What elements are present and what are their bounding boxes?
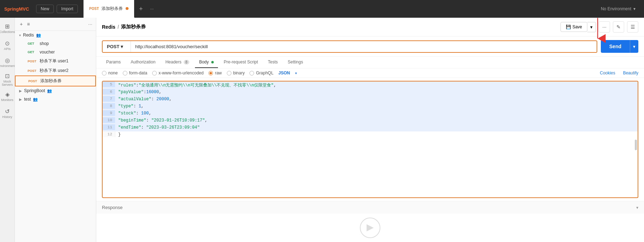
tab-tests[interactable]: Tests <box>264 57 282 68</box>
sidebar-item-environments[interactable]: ◎ Environments <box>1 55 14 70</box>
beautify-link[interactable]: Beautify <box>623 71 638 75</box>
radio-raw <box>208 71 213 75</box>
save-dropdown-button[interactable]: ▾ <box>587 22 596 32</box>
label-none: none <box>108 71 118 75</box>
import-button[interactable]: Import <box>57 5 78 13</box>
post-badge: POST <box>28 60 38 63</box>
sidebar-item-collections[interactable]: ⊞ Collections <box>1 21 14 36</box>
sidebar-more-button[interactable]: ··· <box>88 21 92 27</box>
tab-body[interactable]: Body <box>195 57 218 68</box>
code-line-10: 10 "beginTime": "2023-01-26T10:09:17", <box>103 117 638 124</box>
code-line-7: 7 "actualValue": 20000, <box>103 96 638 103</box>
main-layout: ⊞ Collections ⊙ APIs ◎ Environments ⊡ Mo… <box>0 18 644 242</box>
scrollbar[interactable] <box>635 140 637 150</box>
sidebar-add-button[interactable]: + <box>18 21 24 28</box>
request-tabs: Params Authorization Headers 8 Body Pre-… <box>96 57 644 68</box>
label-binary: binary <box>233 71 245 75</box>
tab-pre-request-label: Pre-request Script <box>224 60 258 64</box>
option-none[interactable]: none <box>102 71 118 75</box>
environment-selector[interactable]: No Environment ▾ <box>597 6 640 11</box>
radio-binary <box>227 71 231 75</box>
request-name-2: voucher <box>40 50 55 55</box>
history-icon: ↺ <box>5 108 10 115</box>
request-post-seckill-user1[interactable]: POST 秒杀下单 user1 <box>15 56 96 66</box>
springboot-team-icon: 👥 <box>47 89 52 93</box>
json-format-dropdown[interactable]: ▾ <box>295 71 297 75</box>
tab-post-seckill[interactable]: POST 添加秒杀券 <box>84 0 134 18</box>
response-chevron[interactable]: ▾ <box>636 205 638 210</box>
collection-test[interactable]: ▶ test 👥 <box>15 95 96 103</box>
option-binary[interactable]: binary <box>227 71 245 75</box>
collection-redis[interactable]: ▾ Redis 👥 <box>15 31 96 39</box>
send-button-container: Send ▾ <box>601 40 638 53</box>
docs-button[interactable]: ☰ <box>627 21 638 33</box>
new-tab-button[interactable]: + <box>134 0 147 18</box>
redis-name: Redis <box>23 33 34 38</box>
sidebar: + ≡ ··· ▾ Redis 👥 GET shop GET voucher P… <box>15 18 96 242</box>
sidebar-content: ▾ Redis 👥 GET shop GET voucher POST 秒杀下单… <box>15 31 96 242</box>
method-selector[interactable]: POST ▾ <box>103 41 131 52</box>
collections-icon: ⊞ <box>5 23 10 30</box>
tab-params-label: Params <box>106 60 121 64</box>
tab-settings[interactable]: Settings <box>283 57 307 68</box>
sidebar-item-apis[interactable]: ⊙ APIs <box>1 38 14 53</box>
option-raw[interactable]: raw <box>208 71 222 75</box>
option-graphql[interactable]: GraphQL <box>249 71 273 75</box>
code-line-11: 11 "endTime": "2023-03-26T23:09:04" <box>103 124 638 131</box>
redis-team-icon: 👥 <box>36 33 41 38</box>
app-logo: SpringMVC <box>4 6 29 12</box>
tab-method: POST <box>89 7 99 11</box>
send-area: Send ▾ <box>601 40 638 53</box>
request-name: shop <box>40 41 49 46</box>
tab-settings-label: Settings <box>288 60 303 64</box>
mock-servers-icon: ⊡ <box>5 73 10 79</box>
option-urlencoded[interactable]: x-www-form-urlencoded <box>152 71 203 75</box>
request-get-voucher[interactable]: GET voucher <box>15 48 96 56</box>
env-chevron: ▾ <box>633 6 636 11</box>
more-options-button[interactable]: ··· <box>599 21 610 33</box>
url-input[interactable] <box>131 41 597 52</box>
sidebar-filter-button[interactable]: ≡ <box>25 21 31 28</box>
label-graphql: GraphQL <box>256 71 273 75</box>
mock-servers-label: Mock Servers <box>1 80 14 86</box>
edit-button[interactable]: ✎ <box>613 21 624 33</box>
method-chevron: ▾ <box>121 44 123 49</box>
request-get-shop[interactable]: GET shop <box>15 39 96 48</box>
label-urlencoded: x-www-form-urlencoded <box>159 71 203 75</box>
tab-authorization[interactable]: Authorization <box>126 57 160 68</box>
code-line-5: 5 "rules":"全场通用\\n无需预约\\n可无限叠加\\不兑现、不找零\… <box>103 81 638 89</box>
option-form-data[interactable]: form-data <box>123 71 147 75</box>
breadcrumb-bar: Redis / 添加秒杀券 💾 Save ▾ ··· ✎ ☰ <box>96 18 644 36</box>
request-post-seckill-user2[interactable]: POST 秒杀下单 user2 <box>15 66 96 75</box>
save-label: Save <box>573 24 582 29</box>
body-active-indicator <box>211 61 214 63</box>
tab-params[interactable]: Params <box>102 57 125 68</box>
radio-none <box>102 71 107 75</box>
sidebar-icons: ⊞ Collections ⊙ APIs ◎ Environments ⊡ Mo… <box>0 18 15 242</box>
tab-headers[interactable]: Headers 8 <box>161 57 193 68</box>
label-raw: raw <box>215 71 222 75</box>
sidebar-item-history[interactable]: ↺ History <box>1 106 14 121</box>
env-label: No Environment <box>601 6 631 11</box>
send-dropdown-button[interactable]: ▾ <box>630 40 638 53</box>
code-editor[interactable]: 5 "rules":"全场通用\\n无需预约\\n可无限叠加\\不兑现、不找零\… <box>102 81 638 198</box>
sidebar-item-mock-servers[interactable]: ⊡ Mock Servers <box>1 72 14 87</box>
json-format-label[interactable]: JSON <box>278 71 290 75</box>
test-team-icon: 👥 <box>33 97 38 102</box>
code-line-6: 6 "payValue":16000, <box>103 89 638 96</box>
tab-more-button[interactable]: ··· <box>147 0 156 18</box>
send-button[interactable]: Send <box>601 40 630 53</box>
post-badge-3: POST <box>28 79 38 83</box>
collection-springboot[interactable]: ▶ SpringBoot 👥 <box>15 86 96 95</box>
monitors-label: Monitors <box>1 99 13 102</box>
url-bar: POST ▾ Send ▾ <box>96 36 644 57</box>
radio-form-data <box>123 71 127 75</box>
new-button[interactable]: New <box>36 5 54 13</box>
tab-pre-request[interactable]: Pre-request Script <box>219 57 262 68</box>
save-button[interactable]: 💾 Save <box>560 22 587 32</box>
tab-body-label: Body <box>199 60 209 64</box>
cookies-link[interactable]: Cookies <box>600 71 615 75</box>
request-post-add-seckill[interactable]: POST 添加秒杀券 <box>15 75 96 86</box>
empty-response-area <box>96 214 644 242</box>
sidebar-item-monitors[interactable]: ◈ Monitors <box>1 89 14 104</box>
